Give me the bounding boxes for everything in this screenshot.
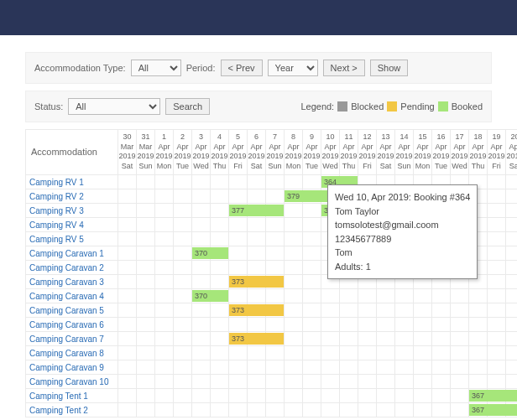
calendar-cell[interactable]: [506, 345, 518, 360]
calendar-cell[interactable]: [192, 402, 211, 417]
calendar-cell[interactable]: [358, 388, 377, 402]
calendar-cell[interactable]: [303, 360, 321, 374]
calendar-cell[interactable]: [469, 360, 488, 374]
calendar-cell[interactable]: [506, 174, 518, 189]
calendar-cell[interactable]: [211, 345, 229, 360]
accommodation-link[interactable]: Camping RV 1: [29, 178, 84, 187]
calendar-cell[interactable]: [358, 331, 377, 345]
calendar-cell[interactable]: [211, 288, 229, 303]
calendar-cell[interactable]: [211, 374, 229, 388]
calendar-cell[interactable]: [266, 402, 285, 417]
calendar-cell[interactable]: [155, 317, 174, 331]
calendar-cell[interactable]: [174, 260, 192, 274]
calendar-cell[interactable]: [506, 402, 518, 417]
accommodation-link[interactable]: Camping RV 4: [29, 220, 84, 230]
calendar-cell[interactable]: [266, 331, 285, 345]
calendar-cell[interactable]: [229, 288, 248, 303]
calendar-cell[interactable]: [321, 317, 340, 331]
calendar-cell[interactable]: [229, 402, 248, 417]
calendar-cell[interactable]: 370: [192, 288, 211, 303]
calendar-cell[interactable]: [506, 203, 518, 217]
calendar-cell[interactable]: [118, 246, 137, 260]
calendar-cell[interactable]: [377, 360, 395, 374]
calendar-cell[interactable]: [340, 388, 358, 402]
calendar-cell[interactable]: [211, 317, 229, 331]
calendar-cell[interactable]: [303, 402, 321, 417]
calendar-cell[interactable]: [118, 174, 137, 189]
calendar-cell[interactable]: [451, 402, 469, 417]
next-button[interactable]: Next >: [323, 60, 365, 76]
calendar-cell[interactable]: 373: [229, 274, 248, 288]
calendar-cell[interactable]: [395, 345, 414, 360]
calendar-cell[interactable]: [358, 288, 377, 303]
calendar-cell[interactable]: [506, 388, 518, 402]
calendar-cell[interactable]: [414, 402, 432, 417]
calendar-cell[interactable]: [229, 345, 248, 360]
calendar-cell[interactable]: [285, 374, 303, 388]
calendar-cell[interactable]: [248, 303, 266, 317]
accomm-type-select[interactable]: All: [131, 60, 181, 76]
calendar-cell[interactable]: [506, 288, 518, 303]
calendar-cell[interactable]: [488, 203, 506, 217]
calendar-cell[interactable]: [211, 331, 229, 345]
calendar-cell[interactable]: [303, 231, 321, 246]
calendar-cell[interactable]: [192, 317, 211, 331]
calendar-cell[interactable]: [211, 388, 229, 402]
calendar-cell[interactable]: [155, 288, 174, 303]
calendar-cell[interactable]: [358, 345, 377, 360]
calendar-cell[interactable]: [506, 246, 518, 260]
calendar-cell[interactable]: [229, 189, 248, 203]
calendar-cell[interactable]: [248, 174, 266, 189]
calendar-cell[interactable]: 370: [192, 246, 211, 260]
calendar-cell[interactable]: [155, 331, 174, 345]
calendar-cell[interactable]: [414, 303, 432, 317]
calendar-cell[interactable]: [211, 203, 229, 217]
calendar-cell[interactable]: [266, 388, 285, 402]
calendar-cell[interactable]: [229, 317, 248, 331]
calendar-cell[interactable]: [137, 246, 155, 260]
calendar-cell[interactable]: [340, 402, 358, 417]
calendar-cell[interactable]: [118, 203, 137, 217]
calendar-cell[interactable]: [118, 274, 137, 288]
calendar-cell[interactable]: [118, 189, 137, 203]
calendar-cell[interactable]: [285, 331, 303, 345]
calendar-cell[interactable]: [377, 317, 395, 331]
calendar-cell[interactable]: [248, 402, 266, 417]
calendar-cell[interactable]: [137, 274, 155, 288]
calendar-cell[interactable]: [155, 246, 174, 260]
calendar-cell[interactable]: [285, 246, 303, 260]
calendar-cell[interactable]: [432, 303, 451, 317]
calendar-cell[interactable]: [451, 345, 469, 360]
calendar-cell[interactable]: [303, 174, 321, 189]
calendar-cell[interactable]: [506, 374, 518, 388]
calendar-cell[interactable]: [174, 374, 192, 388]
calendar-cell[interactable]: [137, 288, 155, 303]
calendar-cell[interactable]: [358, 303, 377, 317]
calendar-cell[interactable]: [211, 217, 229, 231]
calendar-cell[interactable]: [266, 374, 285, 388]
calendar-cell[interactable]: [506, 303, 518, 317]
calendar-cell[interactable]: [137, 203, 155, 217]
calendar-cell[interactable]: [285, 203, 303, 217]
calendar-cell[interactable]: [285, 402, 303, 417]
calendar-cell[interactable]: [118, 402, 137, 417]
calendar-cell[interactable]: [266, 303, 285, 317]
calendar-cell[interactable]: [118, 360, 137, 374]
calendar-cell[interactable]: [303, 303, 321, 317]
calendar-cell[interactable]: [414, 288, 432, 303]
accommodation-link[interactable]: Camping Caravan 9: [29, 363, 104, 372]
accommodation-link[interactable]: Camping RV 5: [29, 235, 84, 244]
calendar-cell[interactable]: [266, 345, 285, 360]
calendar-cell[interactable]: [211, 189, 229, 203]
calendar-cell[interactable]: [266, 246, 285, 260]
calendar-cell[interactable]: [174, 246, 192, 260]
calendar-cell[interactable]: [506, 231, 518, 246]
calendar-cell[interactable]: 379: [285, 189, 303, 203]
calendar-cell[interactable]: [469, 288, 488, 303]
calendar-cell[interactable]: [488, 331, 506, 345]
calendar-cell[interactable]: [248, 246, 266, 260]
calendar-cell[interactable]: [137, 345, 155, 360]
calendar-cell[interactable]: [488, 388, 506, 402]
calendar-cell[interactable]: [303, 288, 321, 303]
calendar-cell[interactable]: [192, 217, 211, 231]
